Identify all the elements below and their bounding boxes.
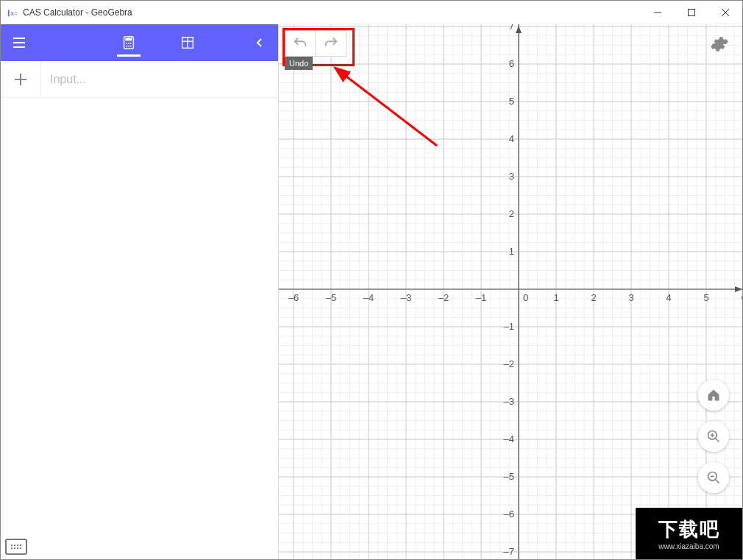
svg-line-28 xyxy=(716,480,719,483)
zoom-out-icon xyxy=(706,470,721,485)
svg-text:x=: x= xyxy=(10,9,18,16)
watermark-url: www.xiazaiba.com xyxy=(658,542,719,550)
gear-icon xyxy=(710,35,729,54)
svg-point-12 xyxy=(128,43,129,44)
svg-point-16 xyxy=(129,46,131,47)
add-row-button[interactable] xyxy=(1,61,41,98)
virtual-keyboard-button[interactable] xyxy=(5,539,27,555)
window-title: CAS Calculator - GeoGebra xyxy=(23,7,641,18)
svg-rect-3 xyxy=(689,9,695,15)
close-button[interactable] xyxy=(708,1,742,24)
expression-input[interactable] xyxy=(41,61,278,97)
left-toolbar xyxy=(1,24,278,61)
app-icon: x= xyxy=(7,7,18,18)
table-icon xyxy=(179,35,196,51)
collapse-panel-button[interactable] xyxy=(241,24,278,61)
svg-line-24 xyxy=(716,439,719,442)
coordinate-grid[interactable] xyxy=(279,24,742,559)
svg-rect-10 xyxy=(125,38,132,41)
undo-tooltip: Undo xyxy=(285,57,313,70)
keyboard-icon xyxy=(11,545,21,549)
undo-icon xyxy=(292,35,308,52)
svg-point-11 xyxy=(126,43,127,44)
chevron-left-icon xyxy=(255,38,265,48)
tab-table[interactable] xyxy=(173,24,202,61)
settings-button[interactable] xyxy=(710,35,729,57)
minimize-button[interactable] xyxy=(641,1,675,24)
input-row xyxy=(1,61,278,98)
plus-icon xyxy=(14,73,27,86)
zoom-in-icon xyxy=(706,429,721,444)
home-view-button[interactable] xyxy=(698,380,729,411)
watermark: 下载吧 www.xiazaiba.com xyxy=(636,508,742,559)
window-titlebar: x= CAS Calculator - GeoGebra xyxy=(1,1,742,24)
tab-cas[interactable] xyxy=(114,24,143,61)
svg-point-14 xyxy=(126,46,127,47)
maximize-button[interactable] xyxy=(675,1,708,24)
svg-point-15 xyxy=(128,46,129,47)
left-panel xyxy=(1,24,279,559)
svg-rect-0 xyxy=(8,10,10,16)
redo-icon xyxy=(323,35,339,52)
home-icon xyxy=(706,388,721,403)
redo-button[interactable] xyxy=(316,30,346,57)
undo-button[interactable] xyxy=(285,30,316,57)
hamburger-menu-button[interactable] xyxy=(1,24,38,61)
watermark-text: 下载吧 xyxy=(658,517,720,542)
zoom-in-button[interactable] xyxy=(698,421,729,452)
graphics-view[interactable]: Undo 下载吧 www.xiazaiba.com xyxy=(279,24,742,559)
calculator-icon xyxy=(121,35,137,51)
zoom-out-button[interactable] xyxy=(698,462,729,493)
svg-point-13 xyxy=(129,43,131,44)
